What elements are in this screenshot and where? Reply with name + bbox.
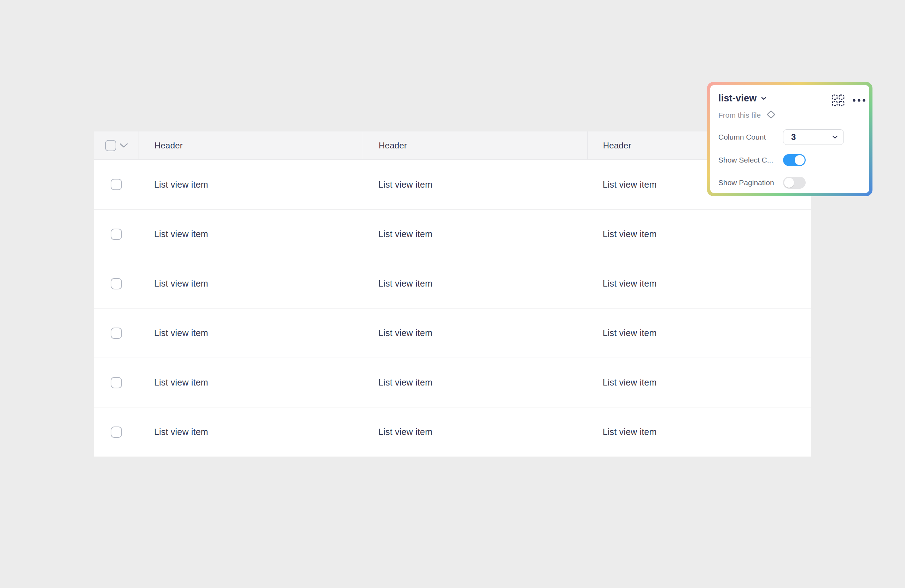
table-row: List view itemList view itemList view it…	[94, 407, 811, 456]
show-select-label: Show Select C...	[718, 154, 773, 166]
row-checkbox[interactable]	[111, 377, 122, 388]
show-select-toggle[interactable]	[783, 154, 806, 166]
column-header: Header	[138, 132, 363, 159]
title-chevron-down-icon	[761, 97, 767, 100]
more-options-icon[interactable]	[852, 98, 867, 102]
list-item-cell: List view item	[363, 209, 587, 259]
list-item-cell: List view item	[363, 160, 587, 209]
row-select-cell	[94, 309, 138, 358]
select-all-checkbox[interactable]	[105, 140, 116, 151]
row-select-cell	[94, 407, 138, 456]
row-select-cell	[94, 259, 138, 308]
panel-card: list-view	[710, 85, 869, 193]
select-chevron-down-icon	[832, 135, 838, 139]
table-row: List view itemList view itemList view it…	[94, 308, 811, 358]
list-item-cell: List view item	[138, 358, 363, 407]
list-item-cell: List view item	[587, 358, 811, 407]
toggle-knob	[784, 178, 794, 188]
list-item-cell: List view item	[363, 407, 587, 456]
list-item-cell: List view item	[363, 358, 587, 407]
list-item-cell: List view item	[138, 309, 363, 358]
component-title: list-view	[718, 93, 757, 104]
column-count-value: 3	[791, 132, 796, 142]
source-label: From this file	[718, 111, 761, 119]
list-item-cell: List view item	[587, 259, 811, 308]
show-pagination-toggle[interactable]	[783, 177, 806, 189]
panel-actions	[832, 94, 867, 106]
row-checkbox[interactable]	[111, 179, 122, 190]
column-header: Header	[363, 132, 587, 159]
list-item-cell: List view item	[363, 309, 587, 358]
component-selector[interactable]: list-view	[718, 93, 767, 104]
row-checkbox[interactable]	[111, 229, 122, 240]
list-item-cell: List view item	[138, 209, 363, 259]
select-all-cell	[94, 132, 138, 159]
list-view-table: Header Header Header List view itemList …	[94, 132, 811, 456]
source-row: From this file	[718, 109, 776, 121]
column-count-label: Column Count	[718, 129, 766, 145]
column-count-select[interactable]: 3	[783, 129, 844, 145]
row-select-cell	[94, 209, 138, 259]
list-item-cell: List view item	[138, 259, 363, 308]
list-item-cell: List view item	[138, 160, 363, 209]
row-checkbox[interactable]	[111, 426, 122, 438]
list-item-cell: List view item	[587, 209, 811, 259]
row-select-cell	[94, 160, 138, 209]
select-all-chevron-down-icon[interactable]	[119, 143, 128, 148]
table-row: List view itemList view itemList view it…	[94, 259, 811, 308]
component-diamond-icon	[766, 109, 776, 121]
list-item-cell: List view item	[138, 407, 363, 456]
list-item-cell: List view item	[363, 259, 587, 308]
component-variants-icon[interactable]	[832, 94, 845, 106]
row-select-cell	[94, 358, 138, 407]
row-checkbox[interactable]	[111, 278, 122, 289]
table-row: List view itemList view itemList view it…	[94, 209, 811, 259]
list-item-cell: List view item	[587, 309, 811, 358]
component-properties-panel: list-view	[707, 82, 872, 196]
table-header-row: Header Header Header	[94, 132, 811, 160]
table-row: List view itemList view itemList view it…	[94, 358, 811, 407]
show-pagination-label: Show Pagination	[718, 177, 774, 189]
row-checkbox[interactable]	[111, 328, 122, 339]
table-row: List view itemList view itemList view it…	[94, 160, 811, 209]
table-body: List view itemList view itemList view it…	[94, 160, 811, 456]
toggle-knob	[795, 155, 805, 165]
list-item-cell: List view item	[587, 407, 811, 456]
